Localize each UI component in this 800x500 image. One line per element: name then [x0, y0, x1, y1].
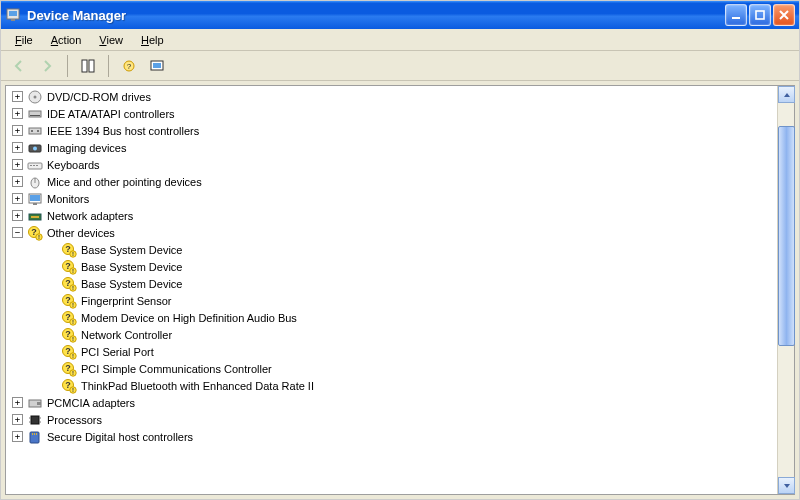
tree-indent	[46, 278, 57, 289]
properties-button[interactable]	[76, 54, 100, 78]
unknown-icon	[61, 310, 77, 326]
tree-category[interactable]: +Secure Digital host controllers	[8, 428, 777, 445]
tree-item[interactable]: Modem Device on High Definition Audio Bu…	[8, 309, 777, 326]
scrollbar-thumb[interactable]	[778, 126, 795, 346]
tree-node-label: Other devices	[47, 227, 115, 239]
tree-node-label: Modem Device on High Definition Audio Bu…	[81, 312, 297, 324]
nav-forward-button[interactable]	[35, 54, 59, 78]
tree-category[interactable]: +PCMCIA adapters	[8, 394, 777, 411]
tree-node-label: Network adapters	[47, 210, 133, 222]
title-bar: Device Manager	[1, 1, 799, 29]
expand-toggle-icon[interactable]: +	[12, 431, 23, 442]
expand-toggle-icon[interactable]: +	[12, 397, 23, 408]
tree-node-label: IEEE 1394 Bus host controllers	[47, 125, 199, 137]
menu-bar: File Action View Help	[1, 29, 799, 51]
tree-indent	[46, 329, 57, 340]
tree-node-label: Monitors	[47, 193, 89, 205]
unknown-icon	[61, 293, 77, 309]
svg-rect-5	[82, 60, 87, 72]
expand-toggle-icon[interactable]: +	[12, 193, 23, 204]
tree-category[interactable]: +DVD/CD-ROM drives	[8, 88, 777, 105]
tree-node-label: Base System Device	[81, 261, 182, 273]
tree-category[interactable]: +Network adapters	[8, 207, 777, 224]
toolbar-separator	[67, 55, 68, 77]
expand-toggle-icon[interactable]: +	[12, 91, 23, 102]
content-frame: +DVD/CD-ROM drives+IDE ATA/ATAPI control…	[1, 81, 799, 499]
collapse-toggle-icon[interactable]: −	[12, 227, 23, 238]
pcmcia-icon	[27, 395, 43, 411]
expand-toggle-icon[interactable]: +	[12, 142, 23, 153]
expand-toggle-icon[interactable]: +	[12, 125, 23, 136]
device-tree[interactable]: +DVD/CD-ROM drives+IDE ATA/ATAPI control…	[6, 86, 777, 494]
tree-category[interactable]: +IEEE 1394 Bus host controllers	[8, 122, 777, 139]
sd-icon	[27, 429, 43, 445]
tree-node-label: Mice and other pointing devices	[47, 176, 202, 188]
svg-rect-1	[9, 11, 17, 16]
cpu-icon	[27, 412, 43, 428]
scan-hardware-button[interactable]	[145, 54, 169, 78]
tree-category[interactable]: +IDE ATA/ATAPI controllers	[8, 105, 777, 122]
unknown-icon	[61, 344, 77, 360]
svg-rect-2	[11, 19, 15, 21]
vertical-scrollbar[interactable]	[777, 86, 794, 494]
tree-item[interactable]: ThinkPad Bluetooth with Enhanced Data Ra…	[8, 377, 777, 394]
tree-category[interactable]: +Mice and other pointing devices	[8, 173, 777, 190]
expand-toggle-icon[interactable]: +	[12, 108, 23, 119]
scroll-down-button[interactable]	[778, 477, 795, 494]
tree-node-label: Network Controller	[81, 329, 172, 341]
expand-toggle-icon[interactable]: +	[12, 176, 23, 187]
unknown-icon	[61, 378, 77, 394]
tree-node-label: Processors	[47, 414, 102, 426]
unknown-icon	[61, 259, 77, 275]
tree-indent	[46, 244, 57, 255]
tree-node-label: PCI Simple Communications Controller	[81, 363, 272, 375]
close-button[interactable]	[773, 4, 795, 26]
keyboard-icon	[27, 157, 43, 173]
expand-toggle-icon[interactable]: +	[12, 159, 23, 170]
tree-item[interactable]: PCI Simple Communications Controller	[8, 360, 777, 377]
tree-node-label: PCMCIA adapters	[47, 397, 135, 409]
tree-node-label: PCI Serial Port	[81, 346, 154, 358]
maximize-button[interactable]	[749, 4, 771, 26]
imaging-icon	[27, 140, 43, 156]
svg-rect-10	[153, 63, 161, 68]
menu-help[interactable]: Help	[133, 32, 172, 48]
tree-item[interactable]: Base System Device	[8, 275, 777, 292]
expand-toggle-icon[interactable]: +	[12, 414, 23, 425]
menu-file[interactable]: File	[7, 32, 41, 48]
network-icon	[27, 208, 43, 224]
unknown-icon	[61, 242, 77, 258]
tree-item[interactable]: Base System Device	[8, 241, 777, 258]
ieee-icon	[27, 123, 43, 139]
scroll-up-button[interactable]	[778, 86, 795, 103]
unknown-icon	[61, 361, 77, 377]
tree-category[interactable]: +Processors	[8, 411, 777, 428]
tree-item[interactable]: Network Controller	[8, 326, 777, 343]
tree-category[interactable]: −Other devices	[8, 224, 777, 241]
menu-action[interactable]: Action	[43, 32, 90, 48]
mouse-icon	[27, 174, 43, 190]
tree-indent	[46, 346, 57, 357]
tree-item[interactable]: Base System Device	[8, 258, 777, 275]
svg-rect-3	[732, 17, 740, 19]
tree-item[interactable]: PCI Serial Port	[8, 343, 777, 360]
window-controls	[725, 4, 795, 26]
tree-category[interactable]: +Imaging devices	[8, 139, 777, 156]
tree-node-label: Base System Device	[81, 278, 182, 290]
expand-toggle-icon[interactable]: +	[12, 210, 23, 221]
toolbar-separator	[108, 55, 109, 77]
tree-category[interactable]: +Monitors	[8, 190, 777, 207]
minimize-button[interactable]	[725, 4, 747, 26]
tree-category[interactable]: +Keyboards	[8, 156, 777, 173]
tree-item[interactable]: Fingerprint Sensor	[8, 292, 777, 309]
ide-icon	[27, 106, 43, 122]
menu-view[interactable]: View	[91, 32, 131, 48]
tree-node-label: Imaging devices	[47, 142, 127, 154]
content-panel: +DVD/CD-ROM drives+IDE ATA/ATAPI control…	[5, 85, 795, 495]
refresh-button[interactable]: ?	[117, 54, 141, 78]
tree-node-label: ThinkPad Bluetooth with Enhanced Data Ra…	[81, 380, 314, 392]
unknown-icon	[61, 276, 77, 292]
tree-indent	[46, 363, 57, 374]
nav-back-button[interactable]	[7, 54, 31, 78]
tree-indent	[46, 312, 57, 323]
